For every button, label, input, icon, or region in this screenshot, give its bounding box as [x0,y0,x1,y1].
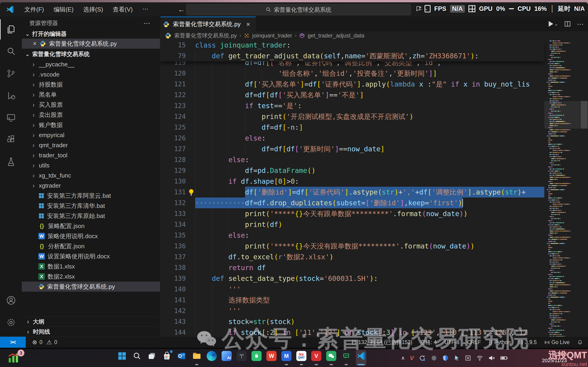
extensions-icon[interactable] [0,130,22,150]
file-row[interactable]: {}分析配置.json [22,241,160,251]
line-number[interactable]: 79 [160,50,186,61]
file-row[interactable]: {}策略配置.json [22,221,160,231]
defender-icon[interactable] [442,355,449,361]
code-line-135[interactable]: 135 else: [160,230,544,241]
code-line-127[interactable]: 127 df=df[df['更新时间']==now_date] [160,143,544,154]
code-line-125[interactable]: 125 df=df[-n:] [160,122,544,133]
search-taskbar-icon[interactable] [132,350,142,366]
line-number[interactable]: 139 [160,273,186,284]
wps-tray-icon[interactable]: V [410,355,414,362]
qmt-taskbar-icon[interactable]: 国金QMT [296,350,307,366]
code-line-128[interactable]: 128 else: [160,154,544,165]
code-line-139[interactable]: 139 def select_data_type(stock='600031.S… [160,273,544,284]
code-line-132[interactable]: 132············df=df.drop_duplicates(sub… [160,198,544,208]
vertical-scrollbar[interactable] [580,40,588,337]
folder-row[interactable]: ›trader_tool [22,150,160,160]
line-number[interactable]: 125 [160,122,186,133]
account-icon[interactable] [0,290,22,310]
more-actions-icon[interactable]: ⋯ [144,19,151,27]
outline-section[interactable]: › 大纲 [22,316,160,326]
snip-icon[interactable] [465,355,471,361]
file-row[interactable]: W策略使用说明.docx [22,231,160,241]
line-number[interactable]: 129 [160,165,186,176]
file-row[interactable]: W设置策略使用说明.docx [22,251,160,261]
root-folder-header[interactable]: ⌄ 索普量化雪球交易系统 [22,49,160,59]
encoding[interactable]: UTF-8 [444,339,459,345]
remote-indicator[interactable]: >< [0,337,26,348]
code-editor[interactable]: 119 df=df[['名称','证券代码','调整比例','交易类型','id… [160,17,544,337]
line-number[interactable]: 138 [160,262,186,273]
wifi-icon[interactable] [476,355,483,361]
more-actions-icon[interactable]: ⋯ [577,20,584,28]
back-arrow-icon[interactable]: ← [178,5,185,14]
code-line-79[interactable]: 79 def get_trader_adjust_data(self,name=… [160,50,544,61]
store-taskbar-icon[interactable] [162,350,172,366]
green-app-taskbar-icon[interactable] [251,350,262,366]
menu-item-3[interactable]: 查看(V) [109,4,137,15]
menu-item-1[interactable]: 编辑(E) [49,4,78,15]
line-number[interactable]: 137 [160,251,186,262]
breadcrumb-file[interactable]: 索普量化雪球交易系统.py [174,32,237,39]
line-number[interactable]: 143 [160,316,186,327]
tab-close-icon[interactable]: × [246,20,250,28]
source-control-icon[interactable] [0,63,22,83]
line-number[interactable]: 124 [160,111,186,122]
line-number[interactable]: 130 [160,176,186,187]
chat-tool-taskbar-icon[interactable] [341,350,351,366]
tab-active[interactable]: 索普量化雪球交易系统.py × [161,17,256,31]
trading-app-taskbar-icon[interactable]: V [311,350,322,366]
sync-icon[interactable] [419,355,426,361]
remote-explorer-icon[interactable] [0,108,22,128]
code-line-134[interactable]: 134 print(df) [160,219,544,230]
code-line-126[interactable]: 126 else: [160,133,544,143]
open-editor-item[interactable]: × 索普量化雪球交易系统.py [22,39,160,49]
cursor-position[interactable]: 行 132, 列 64 (已选择153) [351,339,412,346]
file-explorer-taskbar-icon[interactable] [191,350,202,366]
vscode-taskbar-icon[interactable] [356,350,366,366]
code-line-138[interactable]: 138 return df [160,262,544,273]
lightbulb-icon[interactable] [187,188,195,196]
breadcrumb-method[interactable]: get_trader_adjust_data [307,32,364,39]
run-debug-icon[interactable] [0,85,22,106]
menu-item-2[interactable]: 选择(S) [79,4,107,15]
line-number[interactable]: 132 [160,198,186,208]
line-number[interactable]: 120 [160,68,186,79]
file-row[interactable]: 安装第三方库清华.bat [22,201,160,211]
bell-icon[interactable] [577,340,582,345]
code-line-142[interactable]: 142 ''' [160,305,544,316]
folder-row[interactable]: ›empyrical [22,130,160,140]
code-line-143[interactable]: 143 stock=str(stock) [160,316,544,327]
code-line-129[interactable]: 129 df=pd.DataFrame() [160,165,544,176]
eol-sequence[interactable]: CRLF [467,339,481,345]
start-taskbar-icon[interactable] [117,350,127,366]
folder-row[interactable]: ›卖出股票 [22,110,160,120]
line-number[interactable]: 127 [160,143,186,154]
line-number[interactable]: 123 [160,100,186,111]
line-number[interactable]: 135 [160,230,186,241]
outlook-taskbar-icon[interactable] [177,350,187,366]
menu-item-4[interactable]: ⋯ [138,4,152,15]
code-line-121[interactable]: 121 df['买入黑名单']=df['证券代码'].apply(lambda … [160,79,544,90]
line-number[interactable]: 131 [160,187,186,198]
stock-app-icon[interactable]: 3 [7,350,23,366]
code-line-15[interactable]: 15class joinquant_trader: [160,40,544,50]
line-number[interactable]: 133 [160,208,186,219]
python-version[interactable]: 3.9.5 [519,339,537,345]
menu-item-0[interactable]: 文件(F) [20,4,48,15]
volume-muted-icon[interactable] [488,355,495,361]
testing-icon[interactable] [0,151,22,172]
line-number[interactable]: 122 [160,90,186,100]
wps-taskbar-icon[interactable]: W [266,350,277,366]
language-mode[interactable]: {} Python [489,339,511,345]
folder-row[interactable]: ›账户数据 [22,120,160,130]
line-number[interactable]: 126 [160,133,186,143]
code-line-120[interactable]: 120 '组合名称','组合id','投资备注','更新时间']] [160,68,544,79]
code-line-140[interactable]: 140 ''' [160,284,544,295]
folder-row[interactable]: ›买入股票 [22,100,160,110]
code-line-144[interactable]: 144 if stock[:2] in ['11','12'] or stock… [160,327,544,337]
folder-row[interactable]: ›xg_tdx_func [22,170,160,181]
file-row[interactable]: X数据1.xlsx [22,261,160,271]
problems-indicator[interactable]: ⊗ 0 ⚠ 0 [32,339,57,346]
nightlight-icon[interactable] [431,355,437,361]
run-button[interactable]: ⌄ [549,21,558,27]
